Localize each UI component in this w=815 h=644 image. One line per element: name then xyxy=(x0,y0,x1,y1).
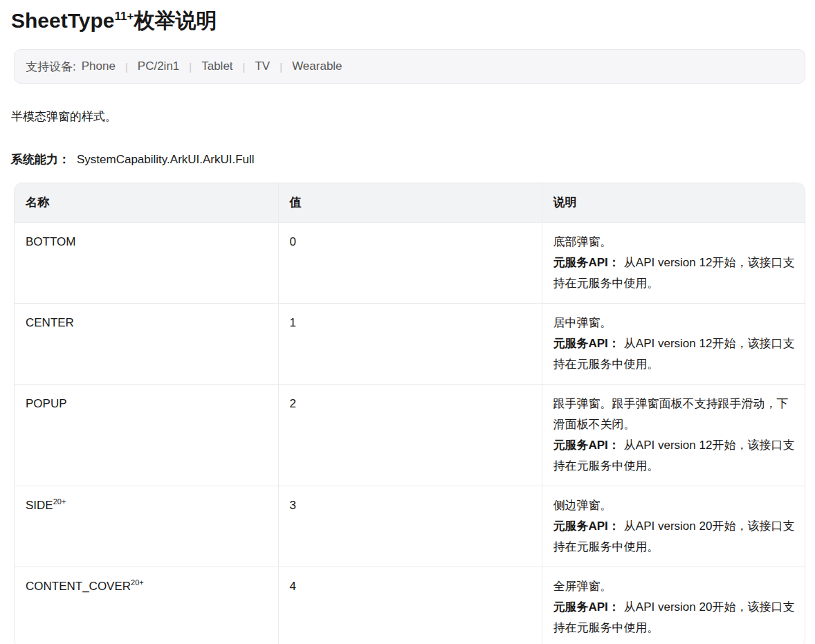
device-item-tablet: Tablet xyxy=(201,59,232,73)
enum-name-cell: CONTENT_COVER20+ xyxy=(15,567,278,644)
enum-name-superscript: 20+ xyxy=(131,578,144,587)
enum-table: 名称 值 说明 BOTTOM 0 底部弹窗。 元服务API：从API versi… xyxy=(15,183,805,644)
device-item-tv: TV xyxy=(255,59,270,73)
column-header-value: 值 xyxy=(278,183,542,223)
enum-desc-text: 侧边弹窗。 xyxy=(553,495,796,516)
system-capability-value: SystemCapability.ArkUI.ArkUI.Full xyxy=(77,153,255,166)
atomic-service-api-note: 元服务API：从API version 12开始，该接口支持在元服务中使用。 xyxy=(553,333,796,375)
enum-desc-cell: 全屏弹窗。 元服务API：从API version 20开始，该接口支持在元服务… xyxy=(542,567,805,644)
system-capability-label: 系统能力： xyxy=(11,153,70,166)
device-item-pc2in1: PC/2in1 xyxy=(138,59,179,73)
atomic-service-api-label: 元服务API： xyxy=(553,519,620,533)
atomic-service-api-note: 元服务API：从API version 12开始，该接口支持在元服务中使用。 xyxy=(553,252,796,294)
enum-description: 半模态弹窗的样式。 xyxy=(11,109,804,125)
page-title-base: SheetType xyxy=(11,9,115,32)
page-title: SheetType11+枚举说明 xyxy=(11,7,804,35)
device-separator: | xyxy=(189,61,192,73)
enum-name-cell: POPUP xyxy=(15,385,278,486)
enum-name-cell: BOTTOM xyxy=(15,223,278,304)
atomic-service-api-label: 元服务API： xyxy=(553,256,620,269)
page-title-suffix: 枚举说明 xyxy=(134,9,217,32)
device-item-phone: Phone xyxy=(82,59,116,73)
atomic-service-api-label: 元服务API： xyxy=(553,337,620,350)
device-separator: | xyxy=(125,61,128,73)
system-capability-line: 系统能力：SystemCapability.ArkUI.ArkUI.Full xyxy=(11,151,804,167)
table-row: CONTENT_COVER20+ 4 全屏弹窗。 元服务API：从API ver… xyxy=(15,567,805,644)
column-header-name: 名称 xyxy=(15,183,278,223)
column-header-description: 说明 xyxy=(542,183,805,223)
device-separator: | xyxy=(280,61,282,73)
enum-name: CONTENT_COVER xyxy=(26,580,131,593)
doc-page: SheetType11+枚举说明 支持设备: Phone | PC/2in1 |… xyxy=(0,7,815,644)
table-row: SIDE20+ 3 侧边弹窗。 元服务API：从API version 20开始… xyxy=(15,486,805,567)
enum-desc-cell: 侧边弹窗。 元服务API：从API version 20开始，该接口支持在元服务… xyxy=(542,486,805,567)
enum-desc-text: 全屏弹窗。 xyxy=(553,576,796,597)
supported-devices-label: 支持设备: xyxy=(26,59,76,75)
enum-value-cell: 0 xyxy=(278,223,542,304)
enum-name-cell: CENTER xyxy=(15,304,278,385)
enum-value-cell: 2 xyxy=(278,385,542,486)
enum-value-cell: 3 xyxy=(278,486,542,567)
device-separator: | xyxy=(243,61,246,73)
enum-desc-cell: 底部弹窗。 元服务API：从API version 12开始，该接口支持在元服务… xyxy=(542,223,805,304)
enum-name-cell: SIDE20+ xyxy=(15,486,278,567)
atomic-service-api-note: 元服务API：从API version 20开始，该接口支持在元服务中使用。 xyxy=(553,597,796,638)
table-row: CENTER 1 居中弹窗。 元服务API：从API version 12开始，… xyxy=(15,304,805,385)
device-item-wearable: Wearable xyxy=(292,59,342,73)
api-version-superscript: 11+ xyxy=(115,10,134,23)
atomic-service-api-label: 元服务API： xyxy=(553,439,620,452)
enum-name: SIDE xyxy=(26,499,53,512)
enum-desc-cell: 跟手弹窗。跟手弹窗面板不支持跟手滑动，下滑面板不关闭。 元服务API：从API … xyxy=(542,385,805,486)
table-row: BOTTOM 0 底部弹窗。 元服务API：从API version 12开始，… xyxy=(15,223,805,304)
supported-devices-box: 支持设备: Phone | PC/2in1 | Tablet | TV | We… xyxy=(14,49,805,84)
enum-desc-text: 底部弹窗。 xyxy=(553,232,796,252)
enum-name: BOTTOM xyxy=(26,235,75,248)
table-row: POPUP 2 跟手弹窗。跟手弹窗面板不支持跟手滑动，下滑面板不关闭。 元服务A… xyxy=(15,385,805,486)
table-header-row: 名称 值 说明 xyxy=(15,183,805,223)
enum-name: CENTER xyxy=(26,316,74,329)
enum-value-cell: 1 xyxy=(278,304,542,385)
enum-name: POPUP xyxy=(26,397,67,410)
enum-table-container: 名称 值 说明 BOTTOM 0 底部弹窗。 元服务API：从API versi… xyxy=(14,183,805,644)
atomic-service-api-note: 元服务API：从API version 12开始，该接口支持在元服务中使用。 xyxy=(553,435,796,477)
enum-desc-text: 跟手弹窗。跟手弹窗面板不支持跟手滑动，下滑面板不关闭。 xyxy=(553,394,796,435)
enum-desc-cell: 居中弹窗。 元服务API：从API version 12开始，该接口支持在元服务… xyxy=(542,304,805,385)
enum-desc-text: 居中弹窗。 xyxy=(553,313,796,333)
enum-name-superscript: 20+ xyxy=(53,497,66,506)
enum-value-cell: 4 xyxy=(278,567,542,644)
atomic-service-api-note: 元服务API：从API version 20开始，该接口支持在元服务中使用。 xyxy=(553,516,796,558)
atomic-service-api-label: 元服务API： xyxy=(553,600,620,614)
